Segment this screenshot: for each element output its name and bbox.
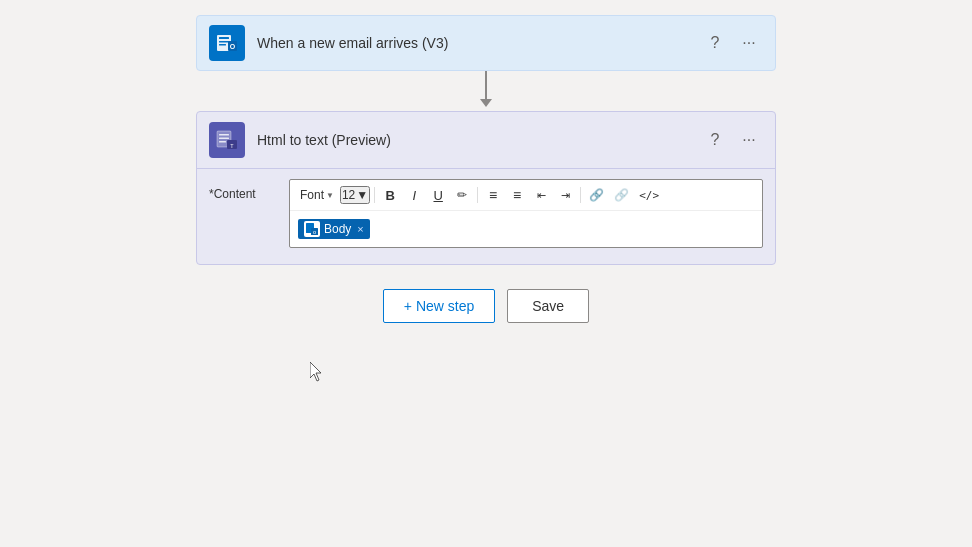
unlink-button[interactable]: 🔗 bbox=[610, 184, 633, 206]
highlight-button[interactable]: ✏ bbox=[451, 184, 473, 206]
indent-decrease-icon: ⇤ bbox=[537, 190, 546, 201]
step1-actions: ? ··· bbox=[701, 29, 763, 57]
editor-toolbar: Font ▼ 12 ▼ B bbox=[290, 180, 762, 211]
outlook-icon: O bbox=[209, 25, 245, 61]
chip-label: Body bbox=[324, 222, 351, 236]
connector-line bbox=[485, 71, 487, 99]
chip-close-button[interactable]: × bbox=[357, 223, 363, 235]
bold-button[interactable]: B bbox=[379, 184, 401, 206]
italic-icon: I bbox=[412, 189, 416, 202]
link-icon: 🔗 bbox=[589, 189, 604, 201]
new-step-button[interactable]: + New step bbox=[383, 289, 495, 323]
content-label: *Content bbox=[209, 179, 279, 201]
more-icon-2: ··· bbox=[742, 131, 755, 149]
toolbar-separator-3 bbox=[580, 187, 581, 203]
svg-text:O: O bbox=[230, 43, 236, 50]
indent-increase-button[interactable]: ⇥ bbox=[554, 184, 576, 206]
svg-rect-3 bbox=[219, 44, 226, 46]
font-family-select[interactable]: Font ▼ bbox=[296, 186, 338, 204]
step1-more-button[interactable]: ··· bbox=[735, 29, 763, 57]
svg-rect-1 bbox=[219, 37, 229, 39]
step2-more-button[interactable]: ··· bbox=[735, 126, 763, 154]
font-family-label: Font bbox=[300, 188, 324, 202]
bullet-list-icon: ≡ bbox=[489, 188, 497, 202]
svg-text:O: O bbox=[313, 230, 316, 235]
code-icon: </> bbox=[639, 190, 659, 201]
html-to-text-card: T Html to text (Preview) ? ··· *Content bbox=[196, 111, 776, 265]
toolbar-separator-2 bbox=[477, 187, 478, 203]
font-size-dropdown-arrow: ▼ bbox=[356, 188, 368, 202]
indent-decrease-button[interactable]: ⇤ bbox=[530, 184, 552, 206]
email-trigger-card: O When a new email arrives (V3) ? ··· bbox=[196, 15, 776, 71]
chip-outlook-icon: O bbox=[304, 221, 320, 237]
unlink-icon: 🔗 bbox=[614, 189, 629, 201]
step2-header: T Html to text (Preview) ? ··· bbox=[197, 112, 775, 168]
indent-increase-icon: ⇥ bbox=[561, 190, 570, 201]
bottom-actions: + New step Save bbox=[383, 289, 589, 323]
body-tag-chip: O Body × bbox=[298, 219, 370, 239]
link-button[interactable]: 🔗 bbox=[585, 184, 608, 206]
step2-actions: ? ··· bbox=[701, 126, 763, 154]
more-icon: ··· bbox=[742, 34, 755, 52]
underline-button[interactable]: U bbox=[427, 184, 449, 206]
bold-icon: B bbox=[385, 189, 394, 202]
help-icon-2: ? bbox=[711, 131, 720, 149]
step2-content: *Content Font ▼ 12 ▼ bbox=[197, 168, 775, 264]
italic-button[interactable]: I bbox=[403, 184, 425, 206]
step2-title: Html to text (Preview) bbox=[257, 132, 701, 148]
highlight-icon: ✏ bbox=[457, 189, 467, 201]
html-to-text-icon: T bbox=[209, 122, 245, 158]
step1-help-button[interactable]: ? bbox=[701, 29, 729, 57]
help-icon: ? bbox=[711, 34, 720, 52]
step-connector bbox=[480, 71, 492, 111]
svg-rect-7 bbox=[219, 134, 229, 136]
connector-arrow bbox=[480, 99, 492, 107]
font-size-select[interactable]: 12 ▼ bbox=[340, 186, 370, 204]
svg-rect-9 bbox=[219, 141, 226, 143]
svg-rect-2 bbox=[219, 41, 229, 43]
underline-icon: U bbox=[433, 189, 442, 202]
step2-help-button[interactable]: ? bbox=[701, 126, 729, 154]
font-size-value: 12 bbox=[342, 188, 355, 202]
svg-rect-8 bbox=[219, 138, 229, 140]
ordered-list-button[interactable]: ≡ bbox=[506, 184, 528, 206]
code-button[interactable]: </> bbox=[635, 184, 663, 206]
save-button[interactable]: Save bbox=[507, 289, 589, 323]
content-field-row: *Content Font ▼ 12 ▼ bbox=[209, 179, 763, 248]
ordered-list-icon: ≡ bbox=[513, 188, 521, 202]
email-trigger-title: When a new email arrives (V3) bbox=[257, 35, 701, 51]
rich-editor: Font ▼ 12 ▼ B bbox=[289, 179, 763, 248]
cursor bbox=[310, 362, 324, 386]
font-family-dropdown-arrow: ▼ bbox=[326, 191, 334, 200]
editor-body[interactable]: O Body × bbox=[290, 211, 762, 247]
bullet-list-button[interactable]: ≡ bbox=[482, 184, 504, 206]
toolbar-separator-1 bbox=[374, 187, 375, 203]
